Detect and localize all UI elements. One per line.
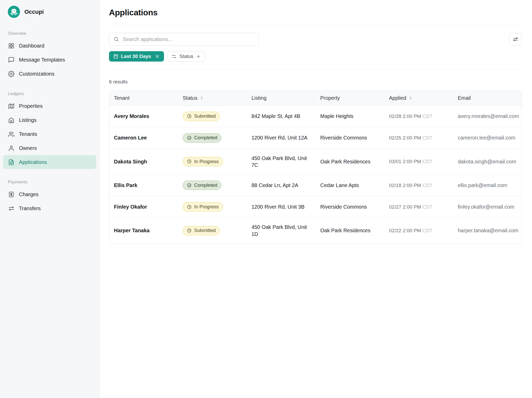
sidebar-section-ledgers: Ledgers [0, 91, 99, 96]
results-count: 6 results [109, 79, 522, 85]
sidebar-item-label: Listings [19, 117, 37, 123]
status-cell: Submitted [178, 105, 247, 127]
column-header-applied[interactable]: Applied [384, 91, 453, 105]
sidebar-item-label: Applications [19, 159, 47, 165]
transfer-arrows-icon [8, 205, 15, 212]
filter-settings-button[interactable] [509, 33, 522, 45]
applied-date: 02/27 2:00 PM CST [384, 196, 453, 218]
check-circle-icon [187, 183, 192, 188]
sidebar-item-charges[interactable]: Charges [3, 187, 96, 201]
chat-icon [8, 57, 15, 63]
table-row[interactable]: Finley OkaforIn Progress1200 River Rd, U… [109, 196, 522, 218]
remove-date-filter-icon[interactable] [155, 54, 160, 59]
sidebar-item-customizations[interactable]: Customizations [3, 67, 96, 81]
status-label: Completed [194, 135, 217, 141]
sidebar-item-label: Customizations [19, 71, 54, 77]
listing-address: 1200 River Rd, Unit 12A [247, 127, 316, 149]
table-row[interactable]: Ellis ParkCompleted88 Cedar Ln, Apt 2ACe… [109, 175, 522, 196]
listing-address: 1200 River Rd, Unit 3B [247, 196, 316, 218]
property-name: Riverside Commons [316, 127, 384, 149]
timezone-label: CST [422, 135, 432, 141]
divider [109, 69, 522, 70]
tenant-name: Dakota Singh [109, 149, 178, 175]
status-badge: Submitted [183, 226, 220, 235]
column-header-tenant: Tenant [109, 91, 178, 105]
sliders-icon [513, 36, 519, 42]
house-icon [8, 117, 15, 123]
app-logo[interactable]: Occupi [0, 6, 99, 21]
filter-lines-icon [172, 54, 177, 59]
sidebar-item-message-templates[interactable]: Message Templates [3, 53, 96, 67]
sidebar-item-owners[interactable]: Owners [3, 141, 96, 155]
tenant-email: harper.tanaka@email.com [453, 218, 522, 243]
filter-chips: Last 30 Days Status [109, 51, 522, 62]
clock-icon [187, 204, 192, 209]
sort-icon [200, 96, 204, 100]
octopus-logo-icon [8, 6, 20, 18]
sidebar-item-label: Owners [19, 145, 37, 151]
clock-icon [187, 114, 192, 119]
map-icon [8, 103, 15, 109]
close-icon [155, 54, 160, 59]
check-circle-icon [187, 135, 192, 140]
date-filter-chip[interactable]: Last 30 Days [109, 51, 164, 62]
sidebar-item-listings[interactable]: Listings [3, 113, 96, 127]
property-name: Cedar Lane Apts [316, 175, 384, 196]
sidebar-item-tenants[interactable]: Tenants [3, 127, 96, 141]
sidebar-item-dashboard[interactable]: Dashboard [3, 39, 96, 53]
sidebar-item-transfers[interactable]: Transfers [3, 201, 96, 215]
status-cell: Completed [178, 127, 247, 149]
timezone-label: CST [422, 228, 432, 233]
table-row[interactable]: Dakota SinghIn Progress450 Oak Park Blvd… [109, 149, 522, 175]
sidebar-section-overview: Overview [0, 31, 99, 36]
status-cell: In Progress [178, 196, 247, 218]
status-label: In Progress [194, 204, 219, 210]
toolbar [109, 33, 522, 46]
tenant-email: avery.morales@email.com [453, 105, 522, 127]
sidebar-section-payments: Payments [0, 180, 99, 185]
listing-address: 842 Maple St, Apt 4B [247, 105, 316, 127]
clock-icon [187, 159, 192, 164]
status-cell: In Progress [178, 149, 247, 175]
table-row[interactable]: Harper TanakaSubmitted450 Oak Park Blvd,… [109, 218, 522, 243]
status-badge: In Progress [183, 157, 223, 166]
status-label: Completed [194, 182, 217, 188]
sidebar-item-label: Dashboard [19, 43, 44, 49]
tenant-name: Cameron Lee [109, 127, 178, 149]
status-cell: Submitted [178, 218, 247, 243]
sidebar-item-label: Transfers [19, 205, 41, 211]
tenant-name: Harper Tanaka [109, 218, 178, 243]
main-content: Applications Last 30 Days Status [100, 0, 532, 398]
tenant-email: cameron.lee@email.com [453, 127, 522, 149]
listing-address: 88 Cedar Ln, Apt 2A [247, 175, 316, 196]
plus-icon [196, 54, 201, 59]
property-name: Riverside Commons [316, 196, 384, 218]
app-root: Occupi Overview Dashboard Message Templa… [0, 0, 532, 398]
grid-icon [8, 43, 15, 49]
sidebar-item-label: Properties [19, 103, 43, 109]
status-badge: Submitted [183, 112, 220, 121]
sidebar-item-applications[interactable]: Applications [3, 155, 96, 169]
status-label: Submitted [194, 227, 216, 234]
sort-icon [408, 96, 413, 100]
applications-table-body: Avery MoralesSubmitted842 Maple St, Apt … [109, 105, 522, 243]
table-row[interactable]: Avery MoralesSubmitted842 Maple St, Apt … [109, 105, 522, 127]
sidebar-item-label: Message Templates [19, 57, 65, 63]
user-icon [8, 145, 15, 151]
applied-date: 02/28 2:00 PM CST [384, 105, 453, 127]
property-name: Maple Heights [316, 105, 384, 127]
timezone-label: CST [422, 114, 432, 119]
page-title: Applications [109, 8, 522, 17]
column-header-status[interactable]: Status [178, 91, 247, 105]
column-header-email: Email [453, 91, 522, 105]
search-input[interactable] [109, 33, 258, 46]
table-row[interactable]: Cameron LeeCompleted1200 River Rd, Unit … [109, 127, 522, 149]
clock-icon [187, 228, 192, 233]
status-label: Submitted [194, 113, 216, 119]
users-icon [8, 131, 15, 137]
sidebar-item-properties[interactable]: Properties [3, 99, 96, 113]
property-name: Oak Park Residences [316, 218, 384, 243]
tenant-email: dakota.singh@email.com [453, 149, 522, 175]
tenant-name: Avery Morales [109, 105, 178, 127]
status-filter-chip[interactable]: Status [168, 51, 205, 62]
